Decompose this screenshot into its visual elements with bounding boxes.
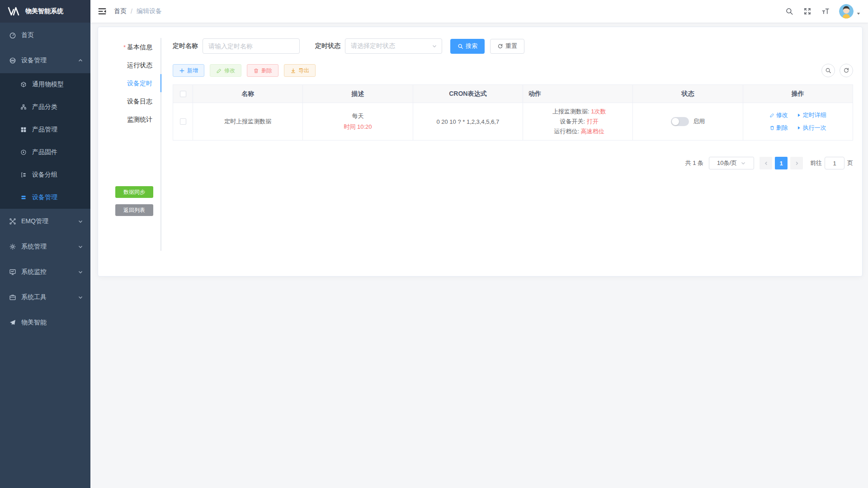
export-button-label: 导出 — [298, 67, 309, 75]
breadcrumb: 首页 / 编辑设备 — [114, 7, 162, 15]
tree-icon — [20, 104, 27, 110]
action-value: 1次数 — [591, 108, 606, 115]
back-to-list-button[interactable]: 返回列表 — [115, 204, 153, 216]
action-value: 打开 — [587, 118, 599, 125]
col-header-action: 动作 — [523, 85, 632, 103]
sidebar-item-product-firmware[interactable]: 产品固件 — [0, 141, 90, 164]
sidebar-item-system-monitor[interactable]: 系统监控 — [0, 259, 90, 285]
desc-time: 时间 10:20 — [303, 122, 412, 131]
page-number-1[interactable]: 1 — [775, 157, 788, 169]
device-tabs: *基本信息 运行状态 设备定时 设备日志 监测统计 数据同步 返回列表 — [107, 32, 161, 267]
main-area: 首页 / 编辑设备 — [90, 0, 868, 488]
refresh-table-button[interactable] — [840, 64, 853, 77]
search-button[interactable]: 搜索 — [450, 39, 485, 54]
sidebar-item-emq[interactable]: EMQ管理 — [0, 209, 90, 234]
sidebar-item-thing-model[interactable]: 通用物模型 — [0, 73, 90, 96]
pagination-goto: 前往 页 — [810, 157, 853, 169]
col-header-desc: 描述 — [303, 85, 413, 103]
sidebar-collapse-icon[interactable] — [98, 7, 107, 16]
status-toggle[interactable] — [671, 117, 689, 126]
sidebar-item-home[interactable]: 首页 — [0, 23, 90, 48]
row-delete-link[interactable]: 删除 — [769, 124, 788, 132]
reset-button[interactable]: 重置 — [490, 39, 524, 54]
chevron-right-icon — [794, 161, 799, 166]
status-label: 启用 — [693, 117, 705, 126]
chevron-down-icon — [78, 295, 83, 300]
sidebar-item-device-management[interactable]: 设备管理 — [0, 48, 90, 73]
toggle-search-button[interactable] — [821, 64, 835, 77]
chevron-down-icon — [432, 43, 437, 49]
delete-button-label: 删除 — [261, 67, 272, 75]
action-label: 设备开关: — [560, 118, 585, 125]
next-page-button[interactable] — [790, 157, 803, 169]
page-size-select[interactable]: 10条/页 — [709, 157, 754, 169]
app-logo[interactable]: 物美智能系统 — [0, 0, 90, 23]
required-mark: * — [123, 44, 126, 51]
sidebar-item-label: 产品管理 — [32, 126, 57, 134]
sidebar-item-label: 产品分类 — [32, 103, 57, 111]
sidebar-item-device-group[interactable]: 设备分组 — [0, 164, 90, 186]
sidebar-item-product-management[interactable]: 产品管理 — [0, 118, 90, 141]
search-icon — [458, 43, 463, 49]
edit-pen-icon — [769, 113, 775, 118]
gear-icon — [9, 243, 16, 250]
action-value: 高速档位 — [581, 128, 604, 135]
avatar[interactable] — [839, 4, 854, 19]
sidebar-menu: 首页 设备管理 通用物模型 产品分类 产品管理 — [0, 23, 90, 335]
fullscreen-icon[interactable] — [803, 7, 811, 15]
timer-status-select[interactable]: 请选择定时状态 — [345, 38, 442, 54]
sidebar-item-wumei-smart[interactable]: 物美智能 — [0, 310, 90, 335]
select-all-checkbox[interactable] — [180, 91, 186, 97]
tab-device-timer[interactable]: 设备定时 — [107, 74, 161, 92]
sidebar-item-system-management[interactable]: 系统管理 — [0, 234, 90, 259]
col-header-ops: 操作 — [743, 85, 853, 103]
user-menu[interactable] — [839, 4, 861, 19]
timer-name-input[interactable] — [203, 38, 300, 54]
sidebar-item-system-tools[interactable]: 系统工具 — [0, 285, 90, 310]
caret-right-icon — [796, 125, 802, 131]
tab-device-log[interactable]: 设备日志 — [107, 92, 161, 110]
prev-page-button[interactable] — [760, 157, 772, 169]
row-run-once-link[interactable]: 执行一次 — [796, 124, 826, 132]
cube-icon — [20, 81, 27, 88]
export-button[interactable]: 导出 — [284, 64, 316, 77]
edit-button[interactable]: 修改 — [210, 64, 241, 77]
drone-icon — [9, 218, 16, 225]
chevron-up-icon — [78, 58, 83, 63]
toolbar-right — [821, 64, 853, 77]
table-row: 定时上报监测数据 每天 时间 10:20 0 20 10 ? * 1,2,3,4… — [173, 103, 853, 141]
breadcrumb-current: 编辑设备 — [137, 7, 162, 15]
sidebar-item-device-list[interactable]: 设备管理 — [0, 186, 90, 209]
tab-running-status[interactable]: 运行状态 — [107, 56, 161, 74]
goto-page-input[interactable] — [825, 157, 844, 169]
chevron-down-icon — [78, 269, 83, 275]
chevron-down-icon — [78, 244, 83, 249]
breadcrumb-home[interactable]: 首页 — [114, 7, 127, 15]
row-edit-link[interactable]: 修改 — [769, 111, 788, 119]
firmware-icon — [20, 149, 27, 155]
search-icon[interactable] — [785, 7, 793, 15]
sidebar-item-label: 系统管理 — [21, 243, 47, 251]
row-delete-label: 删除 — [776, 124, 788, 132]
group-icon — [20, 172, 27, 178]
pagination-total: 共 1 条 — [685, 159, 703, 167]
tab-basic-info[interactable]: *基本信息 — [107, 38, 161, 56]
tab-monitor-stats[interactable]: 监测统计 — [107, 110, 161, 128]
row-checkbox[interactable] — [180, 118, 186, 125]
add-button[interactable]: 新增 — [173, 64, 204, 77]
tab-label: 设备日志 — [127, 98, 152, 105]
sidebar-submenu-device: 通用物模型 产品分类 产品管理 产品固件 设备分组 — [0, 73, 90, 209]
row-timer-detail-link[interactable]: 定时详细 — [796, 111, 826, 119]
sidebar-item-product-category[interactable]: 产品分类 — [0, 96, 90, 118]
data-sync-button[interactable]: 数据同步 — [115, 186, 153, 198]
sidebar-item-label: 设备管理 — [32, 193, 57, 202]
sphere-icon — [9, 57, 16, 64]
download-icon — [290, 68, 296, 74]
timer-pane: 定时名称 定时状态 请选择定时状态 搜索 重置 — [161, 32, 853, 267]
trash-icon — [253, 68, 259, 74]
monitor-icon — [9, 268, 16, 276]
delete-button[interactable]: 删除 — [247, 64, 278, 77]
edit-pen-icon — [216, 68, 222, 74]
refresh-icon — [497, 43, 503, 49]
font-size-icon[interactable] — [821, 7, 830, 15]
